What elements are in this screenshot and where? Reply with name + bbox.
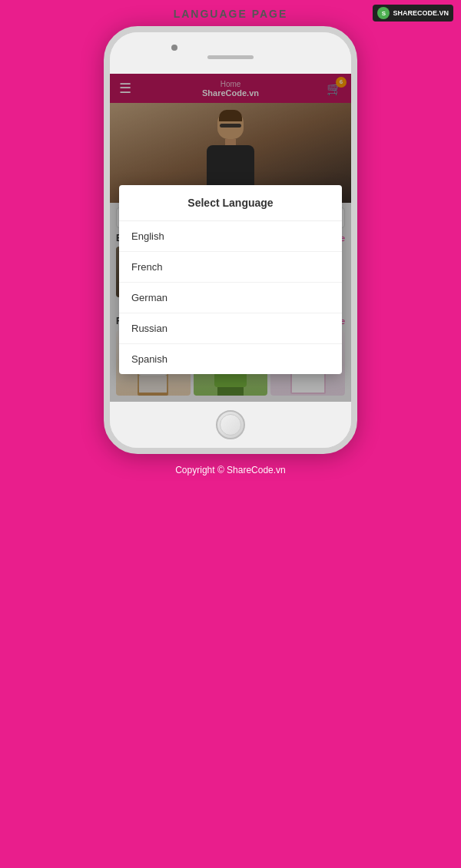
phone-camera: [171, 45, 177, 51]
language-item-german[interactable]: German: [119, 283, 342, 313]
modal-title: Select Language: [187, 197, 273, 209]
language-item-french[interactable]: French: [119, 252, 342, 283]
home-button-inner: [220, 414, 241, 436]
phone-bottom: [110, 402, 351, 448]
logo-text: SHARECODE.VN: [393, 9, 449, 17]
phone-top: [110, 32, 351, 74]
language-modal: Select Language English French German Ru…: [119, 185, 342, 374]
page-title: LANGUAGE PAGE: [174, 8, 288, 20]
language-item-spanish[interactable]: Spanish: [119, 344, 342, 374]
phone-speaker: [207, 55, 254, 59]
language-item-russian[interactable]: Russian: [119, 313, 342, 344]
language-item-english[interactable]: English: [119, 221, 342, 252]
app-content: ☰ Home ShareCode.vn 🛒 6: [110, 74, 351, 402]
sharecode-logo: S SHARECODE.VN: [373, 5, 453, 22]
modal-header: Select Language: [119, 185, 342, 221]
copyright-footer: Copyright © ShareCode.vn: [175, 462, 286, 485]
copyright-text: Copyright © ShareCode.vn: [175, 465, 286, 475]
top-bar: LANGUAGE PAGE S SHARECODE.VN: [0, 0, 461, 26]
logo-icon: S: [377, 7, 390, 19]
home-button[interactable]: [216, 410, 245, 439]
phone-frame: ☰ Home ShareCode.vn 🛒 6: [104, 26, 357, 454]
